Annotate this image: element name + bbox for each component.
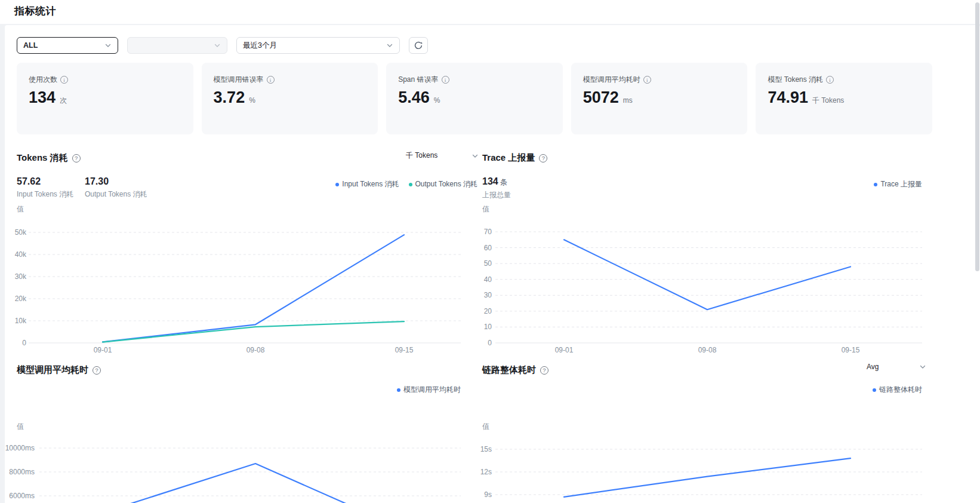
stat-card-span-error-rate: Span 错误率i 5.46% [386, 63, 563, 134]
legend-dot [874, 183, 877, 186]
info-icon[interactable]: i [826, 76, 834, 84]
stat-card-model-error-rate: 模型调用错误率i 3.72% [202, 63, 378, 134]
stat-card-value: 5.46 [398, 88, 430, 107]
content-panel: ALL 最近3个月 使用次数i 134次 模型调用错误率i 3.72% S [5, 25, 980, 503]
time-range-select[interactable]: 最近3个月 [236, 37, 400, 54]
refresh-button[interactable] [409, 37, 428, 54]
page-header: 指标统计 [0, 0, 980, 24]
legend-dot [409, 183, 412, 186]
chevron-down-icon [214, 42, 221, 49]
legend-item[interactable]: Trace 上报量 [874, 179, 922, 189]
trace-legend: Trace 上报量 [482, 179, 922, 189]
filter-toolbar: ALL 最近3个月 [17, 37, 428, 54]
stat-card-unit: ms [623, 96, 633, 105]
stat-card-unit: % [434, 96, 440, 105]
charts-hover-area[interactable] [5, 198, 926, 503]
help-icon[interactable]: ? [72, 154, 81, 162]
stat-card-value: 3.72 [214, 88, 245, 107]
section-title-tokens: Tokens 消耗 ? [17, 152, 81, 164]
help-icon[interactable]: ? [539, 154, 547, 162]
chevron-down-icon [471, 152, 479, 160]
stat-card-usage: 使用次数i 134次 [17, 63, 193, 134]
stat-card-label: 使用次数 [29, 75, 57, 85]
vertical-scrollbar[interactable] [975, 1, 979, 477]
info-icon[interactable]: i [643, 76, 651, 84]
stat-card-avg-latency: 模型调用平均耗时i 5072ms [571, 63, 748, 134]
app-select[interactable]: ALL [17, 37, 118, 54]
legend-dot [335, 183, 339, 186]
info-icon[interactable]: i [267, 76, 275, 84]
time-range-select-value: 最近3个月 [243, 41, 277, 51]
tokens-legend: Input Tokens 消耗 Output Tokens 消耗 [17, 179, 477, 189]
page-title: 指标统计 [14, 4, 56, 18]
stat-cards-row: 使用次数i 134次 模型调用错误率i 3.72% Span 错误率i 5.46… [17, 63, 932, 134]
stat-card-label: Span 错误率 [398, 75, 438, 85]
stat-card-value: 74.91 [768, 88, 808, 107]
stat-card-label: 模型 Tokens 消耗 [768, 75, 823, 85]
stat-card-label: 模型调用平均耗时 [583, 75, 640, 85]
stat-card-value: 5072 [583, 88, 619, 107]
stat-card-tokens: 模型 Tokens 消耗i 74.91千 Tokens [756, 63, 932, 134]
stat-card-value: 134 [29, 88, 56, 107]
stat-card-unit: % [249, 96, 255, 105]
legend-item[interactable]: Output Tokens 消耗 [409, 179, 478, 189]
info-icon[interactable]: i [442, 76, 449, 84]
stat-card-label: 模型调用错误率 [214, 75, 264, 85]
section-title-trace: Trace 上报量 ? [482, 152, 547, 164]
tokens-unit-select[interactable]: 千 Tokens [406, 151, 479, 161]
scrollbar-thumb[interactable] [975, 2, 979, 271]
app-select-value: ALL [23, 41, 38, 50]
legend-item[interactable]: Input Tokens 消耗 [335, 179, 399, 189]
secondary-select-disabled [127, 37, 227, 54]
refresh-icon [414, 41, 423, 50]
chevron-down-icon [386, 42, 393, 49]
stat-card-unit: 千 Tokens [812, 96, 844, 106]
info-icon[interactable]: i [60, 76, 68, 84]
stat-card-unit: 次 [60, 96, 67, 106]
chevron-down-icon [104, 42, 112, 49]
